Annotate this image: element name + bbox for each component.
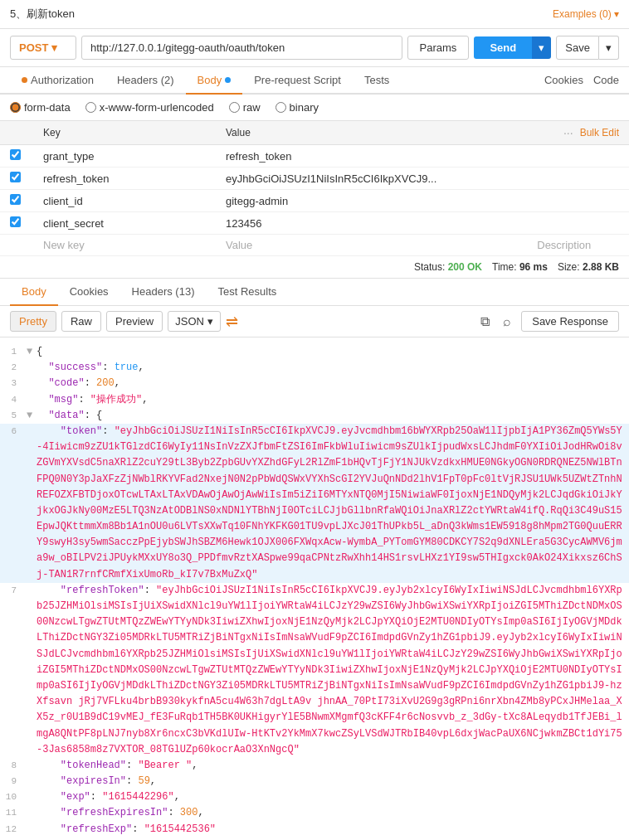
line-number: 9 <box>3 774 27 789</box>
row-checkbox[interactable] <box>10 172 21 182</box>
tab-tests[interactable]: Tests <box>353 67 401 95</box>
line-number: 1 <box>3 344 27 360</box>
response-toolbar: Pretty Raw Preview JSON ▾ ⇌ ⧉ ⌕ Save Res… <box>0 306 629 337</box>
chevron-down-icon: ▾ <box>207 315 213 328</box>
key-column-header: Key <box>33 121 216 145</box>
time-value: 96 ms <box>519 261 548 273</box>
line-content: "msg": "操作成功", <box>37 392 626 408</box>
row-checkbox[interactable] <box>10 149 21 160</box>
value-cell: refresh_token <box>216 145 527 168</box>
cookies-link[interactable]: Cookies <box>544 67 583 93</box>
save-dropdown-button[interactable]: ▾ <box>599 36 619 60</box>
tab-authorization[interactable]: Authorization <box>10 67 105 95</box>
desc-cell <box>527 190 629 212</box>
line-toggle[interactable]: ▼ <box>27 408 37 424</box>
desc-cell <box>527 212 629 235</box>
fix-icon[interactable]: ⇌ <box>226 313 238 331</box>
row-checkbox[interactable] <box>10 194 21 205</box>
line-number: 12 <box>3 822 27 838</box>
resp-tab-test-results[interactable]: Test Results <box>206 279 288 306</box>
desc-cell <box>527 145 629 168</box>
bulk-edit-button[interactable]: Bulk Edit <box>580 127 619 138</box>
x-www-form-urlencoded-option[interactable]: x-www-form-urlencoded <box>85 101 214 114</box>
json-line: 4 "msg": "操作成功", <box>0 392 629 408</box>
json-line: 2 "success": true, <box>0 360 629 376</box>
raw-button[interactable]: Raw <box>61 311 101 332</box>
line-content: "tokenHead": "Bearer ", <box>37 758 626 774</box>
binary-option[interactable]: binary <box>275 101 319 114</box>
resp-tab-body[interactable]: Body <box>10 279 58 306</box>
line-number: 11 <box>3 805 27 821</box>
line-content: { <box>37 344 626 360</box>
send-group: Send ▾ <box>474 36 551 59</box>
new-desc-cell: Description <box>527 235 629 256</box>
format-type-label: JSON <box>175 315 204 328</box>
resp-tab-cookies[interactable]: Cookies <box>58 279 120 306</box>
nav-tabs: Authorization Headers (2) Body Pre-reque… <box>0 67 629 95</box>
tab-headers[interactable]: Headers (2) <box>105 67 186 95</box>
line-content: "exp": "1615442296", <box>37 789 626 805</box>
status-label: Status: 200 OK <box>414 261 482 273</box>
key-cell: refresh_token <box>33 168 216 190</box>
resp-tab-headers[interactable]: Headers (13) <box>120 279 207 306</box>
url-input[interactable] <box>81 36 402 60</box>
line-number: 3 <box>3 376 27 391</box>
search-button[interactable]: ⌕ <box>500 313 514 331</box>
preview-button[interactable]: Preview <box>106 311 163 332</box>
form-table: Key Value ··· Bulk Edit grant_type refre… <box>0 121 629 256</box>
line-number: 10 <box>3 789 27 805</box>
format-type-selector[interactable]: JSON ▾ <box>168 311 221 332</box>
line-content: "token": "eyJhbGciOiJSUzI1NiIsInR5cCI6Ik… <box>37 424 626 583</box>
tab-pre-request[interactable]: Pre-request Script <box>242 67 353 95</box>
key-cell: client_id <box>33 190 216 212</box>
json-line: 10 "exp": "1615442296", <box>0 789 629 805</box>
copy-button[interactable]: ⧉ <box>477 313 493 331</box>
examples-link[interactable]: Examples (0) ▾ <box>553 8 619 20</box>
code-link[interactable]: Code <box>593 67 619 93</box>
line-content: "refreshToken": "eyJhbGciOiJSUzI1NiIsInR… <box>37 583 626 758</box>
table-row: refresh_token eyJhbGciOiJSUzI1NiIsInR5cC… <box>0 168 629 190</box>
line-number: 4 <box>3 392 27 408</box>
table-header-row: Key Value ··· Bulk Edit <box>0 121 629 145</box>
top-bar: 5、刷新token Examples (0) ▾ <box>0 0 629 29</box>
line-number: 5 <box>3 408 27 424</box>
body-type-row: form-data x-www-form-urlencoded raw bina… <box>0 95 629 121</box>
request-row: POST ▾ Params Send ▾ Save ▾ <box>0 29 629 67</box>
table-row: grant_type refresh_token <box>0 145 629 168</box>
pretty-button[interactable]: Pretty <box>10 311 56 332</box>
page-title: 5、刷新token <box>10 7 75 22</box>
nav-tabs-left: Authorization Headers (2) Body Pre-reque… <box>10 67 401 93</box>
response-tabs-left: Body Cookies Headers (13) Test Results <box>10 279 288 305</box>
new-value-cell[interactable]: Value <box>216 235 527 256</box>
json-line: 3 "code": 200, <box>0 376 629 391</box>
save-group: Save ▾ <box>556 36 619 60</box>
tab-body[interactable]: Body <box>186 67 243 95</box>
send-button[interactable]: Send <box>474 36 532 59</box>
json-line: 5 ▼ "data": { <box>0 408 629 424</box>
send-dropdown-button[interactable]: ▾ <box>532 36 551 59</box>
row-checkbox[interactable] <box>10 216 21 227</box>
new-key-cell[interactable]: New key <box>33 235 216 256</box>
table-row: client_id gitegg-admin <box>0 190 629 212</box>
json-line: 8 "tokenHead": "Bearer ", <box>0 758 629 774</box>
time-label: Time: 96 ms <box>492 261 548 273</box>
json-line: 9 "expiresIn": 59, <box>0 774 629 789</box>
method-selector[interactable]: POST ▾ <box>10 36 76 60</box>
key-cell: grant_type <box>33 145 216 168</box>
form-data-option[interactable]: form-data <box>10 101 71 114</box>
value-cell: eyJhbGciOiJSUzI1NiIsInR5cCI6IkpXVCJ9... <box>216 168 527 190</box>
line-number: 7 <box>3 583 27 599</box>
line-toggle[interactable]: ▼ <box>27 344 37 360</box>
line-number: 2 <box>3 360 27 376</box>
line-content: "refreshExp": "1615442536" <box>37 822 626 838</box>
line-number: 8 <box>3 758 27 774</box>
save-button[interactable]: Save <box>556 36 599 60</box>
more-options-icon[interactable]: ··· <box>563 126 573 139</box>
params-button[interactable]: Params <box>407 36 470 60</box>
line-content: "expiresIn": 59, <box>37 774 626 789</box>
save-response-button[interactable]: Save Response <box>521 311 619 332</box>
response-toolbar-left: Pretty Raw Preview JSON ▾ ⇌ <box>10 311 238 332</box>
dot-icon <box>225 77 231 83</box>
json-line: 7 "refreshToken": "eyJhbGciOiJSUzI1NiIsI… <box>0 583 629 758</box>
raw-option[interactable]: raw <box>229 101 261 114</box>
